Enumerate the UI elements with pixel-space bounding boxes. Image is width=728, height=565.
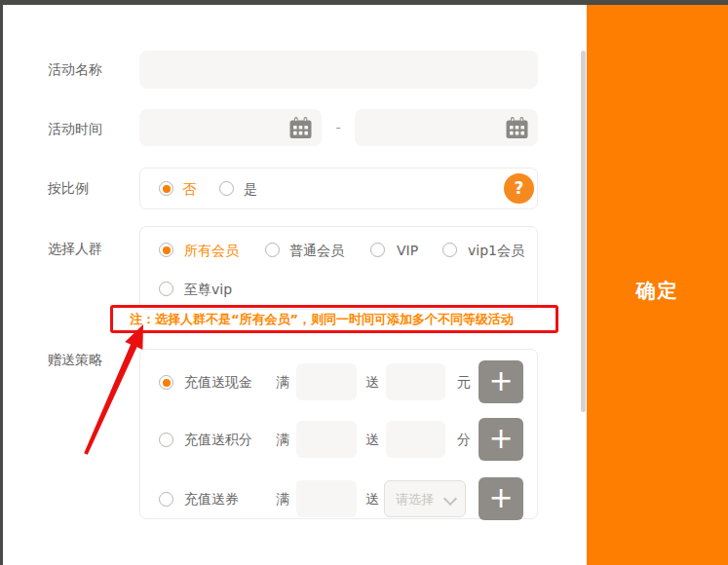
gift-mid-label: 送: [365, 374, 379, 390]
strategy-label: 赠送策略: [48, 352, 102, 367]
chevron-down-icon: [443, 492, 457, 506]
plus-icon: +: [488, 483, 513, 512]
gift-mid-label: 送: [365, 432, 379, 447]
start-date-field: [139, 109, 322, 146]
activity-name-input[interactable]: [149, 51, 505, 91]
cash-threshold-input[interactable]: [296, 363, 357, 400]
end-date-input[interactable]: [364, 109, 505, 148]
coupon-threshold-input[interactable]: [296, 480, 357, 517]
add-points-rule-button[interactable]: +: [479, 418, 523, 461]
radio-all-members-label[interactable]: 所有会员: [184, 243, 239, 258]
confirm-button[interactable]: 确定: [587, 278, 728, 304]
cash-gift-input[interactable]: [386, 363, 445, 400]
activity-name-field: [139, 51, 538, 89]
radio-normal-members[interactable]: [265, 243, 280, 257]
radio-vip-label[interactable]: VIP: [397, 243, 418, 258]
help-icon[interactable]: ?: [504, 173, 534, 204]
activity-time-label: 活动时间: [48, 121, 102, 136]
points-gift-input[interactable]: [386, 421, 445, 458]
radio-vip1[interactable]: [442, 243, 457, 257]
radio-charge-coupon-label[interactable]: 充值送券: [184, 491, 239, 507]
radio-all-members[interactable]: [159, 243, 173, 257]
charge-activity-drawer: 确定 活动名称 活动时间 -: [0, 0, 728, 565]
date-range-separator: -: [322, 120, 355, 135]
radio-yes[interactable]: [219, 181, 234, 196]
radio-charge-cash[interactable]: [159, 375, 173, 390]
gift-mid-label: 送: [365, 491, 379, 507]
coupon-select[interactable]: 请选择: [384, 480, 466, 517]
cash-unit-label: 元: [457, 374, 471, 390]
confirm-panel: 确定: [587, 5, 728, 565]
radio-supreme-vip-label[interactable]: 至尊vip: [184, 282, 232, 297]
radio-no[interactable]: [159, 181, 173, 196]
coupon-select-placeholder: 请选择: [396, 491, 434, 508]
radio-no-label[interactable]: 否: [182, 181, 196, 197]
radio-vip[interactable]: [370, 243, 385, 257]
audience-note: 注：选择人群不是“所有会员”，则同一时间可添加多个不同等级活动: [130, 312, 514, 326]
calendar-icon[interactable]: [505, 116, 529, 143]
radio-supreme-vip[interactable]: [159, 282, 173, 296]
strategy-group: 充值送现金 满 送 元 + 充值送积分 满 送 分 + 充值送券 满 送 请选择…: [139, 349, 538, 519]
start-date-input[interactable]: [149, 109, 288, 148]
points-threshold-input[interactable]: [296, 421, 357, 458]
threshold-prefix: 满: [276, 432, 289, 447]
add-cash-rule-button[interactable]: +: [479, 360, 523, 403]
by-ratio-label: 按比例: [48, 180, 89, 196]
radio-charge-coupon[interactable]: [159, 492, 173, 507]
plus-icon: +: [488, 366, 513, 396]
window-frame-left: [0, 0, 3, 565]
radio-charge-cash-label[interactable]: 充值送现金: [184, 374, 252, 390]
plus-icon: +: [488, 424, 513, 453]
threshold-prefix: 满: [276, 374, 289, 390]
calendar-icon[interactable]: [288, 116, 313, 143]
audience-group: 所有会员 普通会员 VIP vip1会员 至尊vip: [139, 226, 538, 310]
radio-yes-label[interactable]: 是: [244, 181, 257, 197]
threshold-prefix: 满: [276, 491, 289, 507]
by-ratio-group: 否 是 ?: [139, 168, 538, 209]
audience-label: 选择人群: [48, 241, 102, 256]
radio-normal-members-label[interactable]: 普通会员: [289, 243, 344, 258]
points-unit-label: 分: [457, 432, 471, 447]
scrollbar[interactable]: [581, 51, 586, 412]
add-coupon-rule-button[interactable]: +: [479, 477, 523, 520]
radio-charge-points-label[interactable]: 充值送积分: [184, 432, 252, 447]
end-date-field: [355, 109, 538, 146]
activity-name-label: 活动名称: [48, 61, 102, 77]
radio-charge-points[interactable]: [159, 433, 173, 447]
radio-vip1-label[interactable]: vip1会员: [468, 243, 524, 258]
